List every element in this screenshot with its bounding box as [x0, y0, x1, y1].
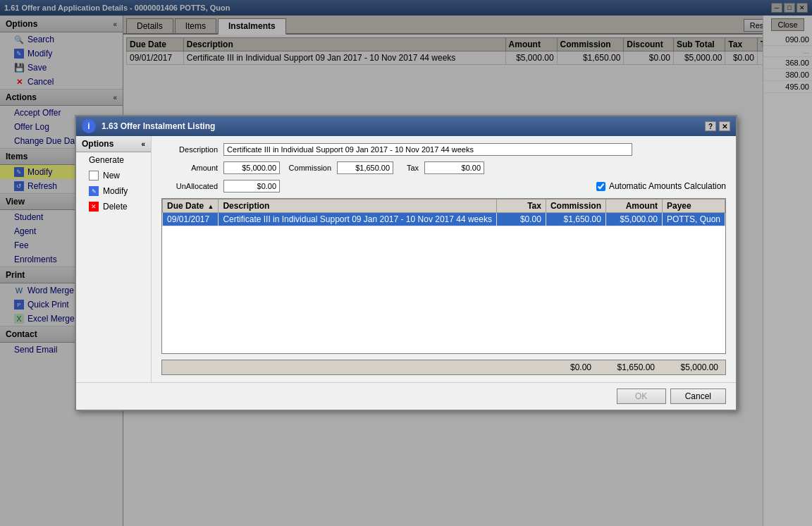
unallocated-row: UnAllocated Automatic Amounts Calculatio…: [161, 180, 726, 192]
inner-col-due-date[interactable]: Due Date ▲: [163, 200, 219, 213]
modal-right-panel: Description Amount Commission Tax UnAllo…: [152, 136, 736, 382]
inner-cell-due-date: 09/01/2017: [163, 213, 219, 226]
delete-icon: ✕: [89, 202, 99, 212]
cancel-button[interactable]: Cancel: [670, 389, 726, 404]
inner-cell-amount: $5,000.00: [605, 213, 662, 226]
modal-title-controls: ? ✕: [705, 121, 730, 131]
inner-col-amount[interactable]: Amount: [605, 200, 662, 213]
inner-col-payee[interactable]: Payee: [662, 200, 725, 213]
modal-modify-label: Modify: [103, 186, 128, 196]
sort-arrow-icon: ▲: [207, 203, 214, 210]
inner-col-description[interactable]: Description: [219, 200, 497, 213]
modal-option-generate[interactable]: Generate: [76, 152, 151, 168]
inner-table-header: Due Date ▲ Description Tax: [163, 200, 725, 213]
inner-cell-description: Certificate III in Individual Support 09…: [219, 213, 497, 226]
total-commission: $1,650.00: [596, 362, 659, 373]
unallocated-label: UnAllocated: [161, 182, 218, 190]
modal-options-header[interactable]: Options «: [76, 136, 151, 152]
modal-options-label: Options: [82, 139, 113, 149]
modal-title-bar: i 1.63 Offer Instalment Listing ? ✕: [76, 116, 736, 136]
total-tax: $0.00: [532, 362, 596, 373]
new-icon: [89, 171, 99, 181]
modal-dialog: i 1.63 Offer Instalment Listing ? ✕ Opti…: [75, 115, 737, 411]
modal-title-left: i 1.63 Offer Instalment Listing: [82, 119, 215, 133]
generate-label: Generate: [89, 155, 124, 165]
description-row: Description: [161, 143, 726, 156]
modal-help-button[interactable]: ?: [705, 121, 716, 131]
inner-cell-payee: POTTS, Quon: [662, 213, 725, 226]
inner-cell-commission: $1,650.00: [546, 213, 605, 226]
amount-input[interactable]: [223, 161, 280, 174]
modal-overlay: i 1.63 Offer Instalment Listing ? ✕ Opti…: [0, 0, 812, 526]
auto-amounts-label: Automatic Amounts Calculation: [609, 181, 726, 191]
modal-option-delete[interactable]: ✕ Delete: [76, 199, 151, 214]
description-label: Description: [161, 145, 218, 154]
inner-cell-tax: $0.00: [496, 213, 546, 226]
inner-table-row[interactable]: 09/01/2017 Certificate III in Individual…: [163, 213, 725, 226]
commission-input[interactable]: [337, 161, 393, 174]
modal-modify-icon: ✎: [89, 186, 99, 196]
auto-amounts-checkbox[interactable]: [596, 182, 605, 191]
description-input[interactable]: [223, 143, 632, 156]
modal-option-new[interactable]: New: [76, 168, 151, 183]
modal-option-modify[interactable]: ✎ Modify: [76, 183, 151, 199]
modal-options-collapse: «: [142, 140, 146, 148]
amount-row: Amount Commission Tax: [161, 161, 726, 174]
auto-amounts-container: Automatic Amounts Calculation: [285, 181, 726, 191]
tax-label: Tax: [399, 164, 419, 172]
tax-input[interactable]: [424, 161, 484, 174]
modal-footer: OK Cancel: [76, 382, 736, 410]
commission-label: Commission: [285, 164, 331, 172]
modal-close-button[interactable]: ✕: [719, 121, 730, 131]
inner-col-commission[interactable]: Commission: [546, 200, 605, 213]
delete-label: Delete: [103, 202, 128, 212]
modal-title-icon: i: [82, 119, 96, 133]
inner-col-tax[interactable]: Tax: [496, 200, 546, 213]
ok-button[interactable]: OK: [617, 389, 666, 404]
total-amount: $5,000.00: [659, 362, 722, 373]
inner-table-container: Due Date ▲ Description Tax: [161, 198, 726, 354]
modal-body: Options « Generate New ✎ Modify ✕ Delete: [76, 136, 736, 382]
modal-left-panel: Options « Generate New ✎ Modify ✕ Delete: [76, 136, 152, 382]
new-label: New: [103, 171, 120, 181]
amount-label: Amount: [161, 164, 218, 172]
inner-table: Due Date ▲ Description Tax: [162, 199, 725, 226]
unallocated-input[interactable]: [223, 180, 280, 192]
modal-title-text: 1.63 Offer Instalment Listing: [102, 121, 215, 131]
totals-row: $0.00 $1,650.00 $5,000.00: [161, 360, 726, 375]
